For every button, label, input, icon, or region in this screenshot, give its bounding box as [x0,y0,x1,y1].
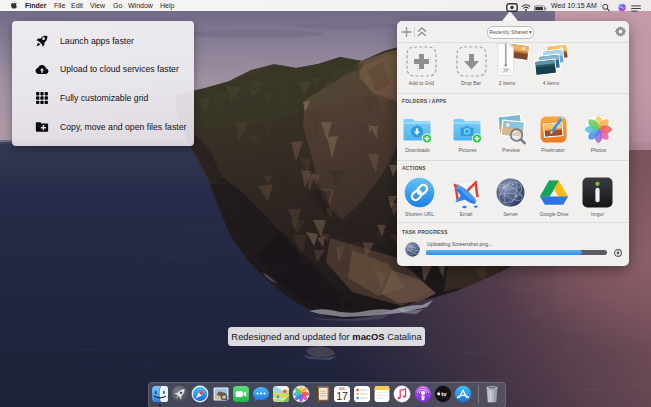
svg-text:tv: tv [441,391,447,397]
svg-text:17: 17 [336,390,348,402]
svg-text:ZIP: ZIP [503,69,509,73]
